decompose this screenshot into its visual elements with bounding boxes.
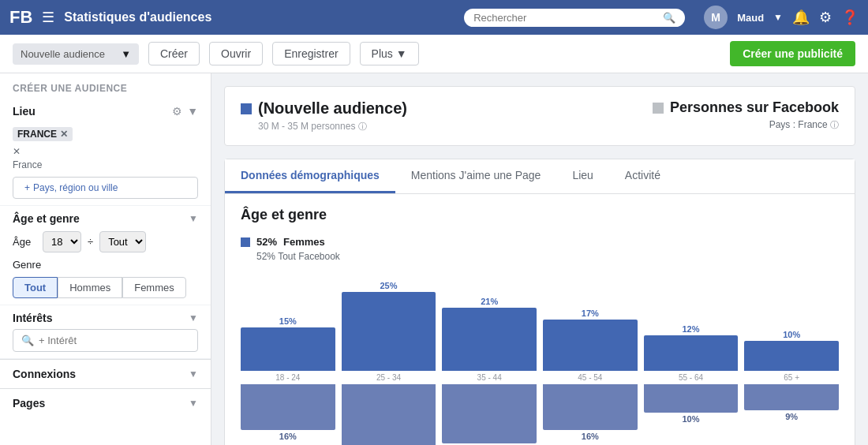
female-bars-row: 15%25%21%17%12%10% [241, 268, 839, 371]
tab-activite[interactable]: Activité [609, 159, 676, 193]
female-bar-group: 21% [442, 268, 537, 371]
age-label: 18 - 24 [241, 371, 335, 384]
lieu-icons: ⚙ ▼ [172, 105, 198, 118]
user-name: Maud [737, 12, 764, 24]
creer-publicite-button[interactable]: Créer une publicité [730, 41, 855, 66]
interest-search-icon: 🔍 [21, 335, 34, 346]
add-location-plus: + [24, 182, 30, 193]
female-bar-group: 15% [241, 268, 335, 371]
hamburger-icon[interactable]: ☰ [42, 9, 54, 26]
top-navigation: FB ☰ Statistiques d'audiences 🔍 M Maud ▼… [0, 0, 868, 35]
pages-label: Pages [13, 397, 45, 409]
interest-input[interactable] [39, 335, 189, 346]
age-genre-header[interactable]: Âge et genre ▼ [13, 212, 198, 225]
help-icon[interactable]: ❓ [841, 9, 859, 26]
pays-info-icon[interactable]: ⓘ [830, 120, 839, 129]
bar-pct-female: 21% [481, 297, 498, 306]
tabs-bar: Données démographiques Mentions J'aime u… [225, 159, 855, 194]
female-bar-group: 25% [342, 268, 436, 371]
personnes-square-icon [653, 103, 664, 114]
bar-pct-female: 17% [582, 309, 599, 318]
audience-title: (Nouvelle audience) [241, 99, 407, 118]
genre-femmes-button[interactable]: Femmes [122, 277, 186, 298]
pages-field[interactable]: Pages ▼ [0, 388, 211, 417]
bar-pct-male: 9% [785, 412, 798, 421]
chart-title: Âge et genre [241, 207, 839, 223]
location-name: France [13, 159, 42, 170]
info-icon[interactable]: ⓘ [358, 122, 367, 131]
pages-chevron-icon[interactable]: ▼ [189, 398, 198, 409]
genre-tout-button[interactable]: Tout [13, 277, 58, 298]
lieu-chevron-icon[interactable]: ▼ [187, 105, 198, 118]
toolbar: Nouvelle audience ▼ Créer Ouvrir Enregis… [0, 35, 868, 73]
ouvrir-button[interactable]: Ouvrir [209, 42, 263, 65]
femmes-pct: 52% [256, 236, 277, 248]
audience-selector-text: Nouvelle audience [21, 48, 105, 60]
bar-pct-male: 10% [683, 414, 700, 424]
femmes-sub: 52% Tout Facebook [256, 251, 839, 262]
gender-row: Tout Hommes Femmes [13, 277, 198, 298]
bar-pct-female: 15% [279, 316, 297, 326]
age-label: 45 - 54 [543, 371, 638, 384]
male-bar [241, 384, 335, 430]
female-bar [342, 292, 436, 371]
location-tag-text: FRANCE [17, 129, 57, 140]
lieu-label: Lieu [13, 105, 36, 118]
age-genre-chevron-icon[interactable]: ▼ [189, 213, 198, 224]
personnes-title: Personnes sur Facebook [653, 99, 839, 116]
content-area: (Nouvelle audience) 30 M - 35 M personne… [211, 73, 868, 445]
tab-mentions[interactable]: Mentions J'aime une Page [395, 159, 557, 193]
lieu-field-header[interactable]: Lieu ⚙ ▼ [13, 105, 198, 118]
age-label: 55 - 64 [644, 371, 739, 384]
female-bar [241, 327, 335, 371]
audience-header-card: (Nouvelle audience) 30 M - 35 M personne… [224, 86, 855, 146]
location-remove-icon[interactable]: ✕ [13, 146, 198, 157]
interets-field: Intérêts ▼ 🔍 [0, 305, 211, 359]
female-bar [744, 341, 839, 371]
lieu-settings-icon[interactable]: ⚙ [172, 105, 182, 118]
female-bar-group: 10% [744, 268, 839, 371]
female-bar-group: 17% [543, 268, 638, 371]
connexions-label: Connexions [13, 368, 76, 380]
search-input[interactable] [473, 12, 660, 24]
male-bar [442, 384, 537, 443]
enregistrer-button[interactable]: Enregistrer [272, 42, 350, 65]
connexions-chevron-icon[interactable]: ▼ [189, 368, 198, 380]
male-bar-group: 28% [342, 384, 436, 445]
male-bar [744, 384, 839, 410]
sidebar: CRÉER UNE AUDIENCE Lieu ⚙ ▼ FRANCE ✕ ✕ F… [0, 73, 211, 445]
location-tag-remove[interactable]: ✕ [60, 129, 68, 140]
audience-selector-chevron: ▼ [121, 48, 131, 60]
creer-button[interactable]: Créer [148, 42, 200, 65]
age-from-select[interactable]: 18 [43, 231, 81, 252]
search-icon: 🔍 [663, 12, 675, 24]
connexions-field[interactable]: Connexions ▼ [0, 359, 211, 388]
male-bar-group: 16% [543, 384, 638, 441]
main-layout: CRÉER UNE AUDIENCE Lieu ⚙ ▼ FRANCE ✕ ✕ F… [0, 73, 868, 445]
interets-header[interactable]: Intérêts ▼ [13, 312, 198, 324]
audience-subtitle: 30 M - 35 M personnes ⓘ [258, 121, 407, 133]
male-bar-group: 10% [644, 384, 739, 424]
user-dropdown-icon[interactable]: ▼ [773, 12, 783, 23]
plus-chevron-icon: ▼ [396, 47, 407, 60]
notifications-icon[interactable]: 🔔 [792, 9, 810, 26]
interets-chevron-icon[interactable]: ▼ [189, 312, 198, 323]
topnav-right: M Maud ▼ 🔔 ⚙ ❓ [704, 6, 859, 29]
add-location-button[interactable]: + Pays, région ou ville [13, 177, 198, 199]
genre-hommes-button[interactable]: Hommes [58, 277, 122, 298]
male-bar [342, 384, 436, 445]
bar-pct-female: 10% [783, 330, 800, 339]
settings-icon[interactable]: ⚙ [819, 9, 832, 26]
plus-button[interactable]: Plus ▼ [360, 42, 419, 65]
tab-demo[interactable]: Données démographiques [225, 159, 395, 193]
audience-selector[interactable]: Nouvelle audience ▼ [13, 43, 139, 65]
location-tag: FRANCE ✕ [13, 127, 73, 141]
age-to-select[interactable]: Tout [99, 231, 146, 252]
age-label: 25 - 34 [342, 371, 436, 384]
femmes-legend: 52% Femmes [241, 236, 839, 248]
age-labels-row: 18 - 2425 - 3435 - 4445 - 5455 - 6465 + [241, 371, 839, 384]
lieu-field: Lieu ⚙ ▼ FRANCE ✕ ✕ France + Pays, régio… [0, 99, 211, 206]
bar-pct-female: 12% [683, 324, 700, 334]
avatar[interactable]: M [704, 6, 728, 29]
tab-lieu[interactable]: Lieu [556, 159, 608, 193]
